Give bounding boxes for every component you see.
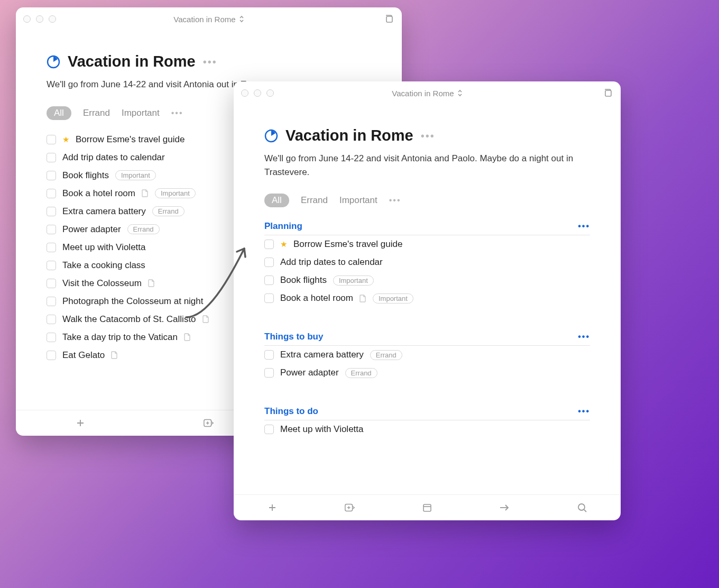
todo-checkbox[interactable]	[47, 243, 56, 252]
filter-errand[interactable]: Errand	[301, 195, 328, 206]
svg-rect-7	[423, 504, 431, 511]
todo-checkbox[interactable]	[47, 189, 56, 198]
project-header: Vacation in Rome ••• We'll go from June …	[234, 105, 621, 207]
todo-checkbox[interactable]	[47, 153, 56, 162]
project-progress-icon	[47, 55, 60, 69]
filter-all[interactable]: All	[264, 194, 289, 207]
window-title[interactable]: Vacation in Rome	[392, 89, 454, 98]
traffic-minimize-icon[interactable]	[254, 89, 261, 97]
todo-checkbox[interactable]	[264, 350, 274, 360]
section-menu-icon[interactable]: •••	[578, 222, 590, 231]
new-todo-icon[interactable]	[75, 417, 86, 429]
todo-checkbox[interactable]	[47, 225, 56, 234]
todo-tag[interactable]: Important	[155, 188, 196, 198]
todo-checkbox[interactable]	[47, 279, 56, 288]
todo-item[interactable]: Meet up with Violetta	[264, 420, 590, 438]
todo-item[interactable]: Book flightsImportant	[264, 271, 590, 289]
todo-checkbox[interactable]	[264, 240, 274, 249]
todo-tag[interactable]: Errand	[345, 368, 377, 378]
todo-title: Eat Gelato	[62, 350, 105, 361]
todo-item[interactable]: Add trip dates to calendar	[264, 253, 590, 271]
filter-errand[interactable]: Errand	[83, 108, 110, 118]
section-heading: Things to do	[264, 406, 318, 417]
note-icon	[360, 295, 366, 302]
todo-tag[interactable]: Errand	[152, 206, 185, 216]
note-icon	[184, 333, 191, 341]
new-window-icon[interactable]	[384, 14, 394, 24]
todo-item[interactable]: Power adapterErrand	[264, 364, 590, 382]
section-heading-row[interactable]: Planning•••	[264, 218, 590, 235]
todo-title: Extra camera battery	[280, 350, 364, 360]
titlebar: Vacation in Rome	[234, 81, 621, 105]
section-heading: Things to buy	[264, 332, 323, 342]
todo-title: Visit the Colosseum	[62, 278, 142, 289]
todo-checkbox[interactable]	[47, 261, 56, 270]
todo-checkbox[interactable]	[264, 368, 274, 378]
svg-rect-0	[386, 16, 392, 22]
todo-checkbox[interactable]	[47, 297, 56, 306]
todo-item[interactable]: Extra camera batteryErrand	[264, 346, 590, 364]
project-title[interactable]: Vacation in Rome	[68, 53, 196, 70]
section-heading-row[interactable]: Things to do•••	[264, 403, 590, 420]
project-notes[interactable]: We'll go from June 14-22 and visit Anton…	[264, 152, 590, 179]
todo-checkbox[interactable]	[264, 293, 274, 303]
section-menu-icon[interactable]: •••	[578, 332, 590, 342]
filter-more-icon[interactable]: •••	[171, 109, 183, 117]
section-heading-row[interactable]: Things to buy•••	[264, 328, 590, 346]
filter-more-icon[interactable]: •••	[389, 196, 401, 205]
traffic-lights	[23, 15, 56, 23]
star-icon: ★	[62, 135, 69, 144]
new-heading-icon[interactable]	[203, 417, 215, 429]
todo-title: Book flights	[280, 275, 327, 286]
calendar-icon[interactable]	[421, 502, 433, 513]
todo-title: Meet up with Violetta	[280, 424, 364, 435]
todo-checkbox[interactable]	[47, 171, 56, 180]
project-title[interactable]: Vacation in Rome	[285, 127, 413, 144]
filter-important[interactable]: Important	[122, 108, 160, 118]
todo-tag[interactable]: Important	[373, 293, 413, 304]
new-window-icon[interactable]	[603, 88, 613, 98]
filter-important[interactable]: Important	[339, 195, 377, 206]
traffic-lights	[241, 89, 274, 97]
todo-title: Add trip dates to calendar	[280, 257, 383, 268]
dropdown-icon[interactable]	[457, 89, 463, 97]
todo-tag[interactable]: Errand	[370, 350, 402, 360]
todo-tag[interactable]: Important	[115, 170, 156, 180]
todo-item[interactable]: ★Borrow Esme's travel guide	[264, 235, 590, 253]
traffic-zoom-icon[interactable]	[266, 89, 274, 97]
traffic-zoom-icon[interactable]	[49, 15, 56, 23]
todo-checkbox[interactable]	[264, 258, 274, 267]
todo-tag[interactable]: Important	[333, 275, 374, 286]
todo-tag[interactable]: Errand	[127, 224, 160, 234]
filter-all[interactable]: All	[47, 106, 71, 120]
star-icon: ★	[280, 240, 287, 249]
project-menu-icon[interactable]: •••	[421, 131, 435, 141]
traffic-close-icon[interactable]	[241, 89, 248, 97]
traffic-minimize-icon[interactable]	[36, 15, 43, 23]
window-title[interactable]: Vacation in Rome	[173, 15, 235, 24]
section-heading: Planning	[264, 221, 302, 232]
project-progress-icon	[264, 129, 278, 143]
todo-item[interactable]: Book a hotel roomImportant	[264, 289, 590, 307]
project-menu-icon[interactable]: •••	[203, 57, 217, 67]
svg-point-8	[578, 504, 585, 510]
todo-checkbox[interactable]	[264, 275, 274, 285]
section-menu-icon[interactable]: •••	[578, 407, 590, 416]
todo-checkbox[interactable]	[47, 351, 56, 360]
new-heading-icon[interactable]	[344, 502, 356, 513]
todo-title: Power adapter	[62, 224, 121, 235]
move-icon[interactable]	[499, 502, 510, 513]
todo-title: Book a hotel room	[62, 188, 135, 199]
todo-checkbox[interactable]	[47, 135, 56, 144]
new-todo-icon[interactable]	[266, 502, 278, 513]
search-icon[interactable]	[576, 502, 588, 513]
traffic-close-icon[interactable]	[23, 15, 31, 23]
dropdown-icon[interactable]	[239, 15, 244, 23]
todo-checkbox[interactable]	[47, 207, 56, 216]
todo-title: Book flights	[62, 170, 109, 181]
todo-checkbox[interactable]	[47, 315, 56, 324]
titlebar: Vacation in Rome	[16, 7, 402, 31]
todo-checkbox[interactable]	[264, 425, 274, 434]
todo-checkbox[interactable]	[47, 333, 56, 342]
bottom-toolbar	[234, 494, 621, 520]
